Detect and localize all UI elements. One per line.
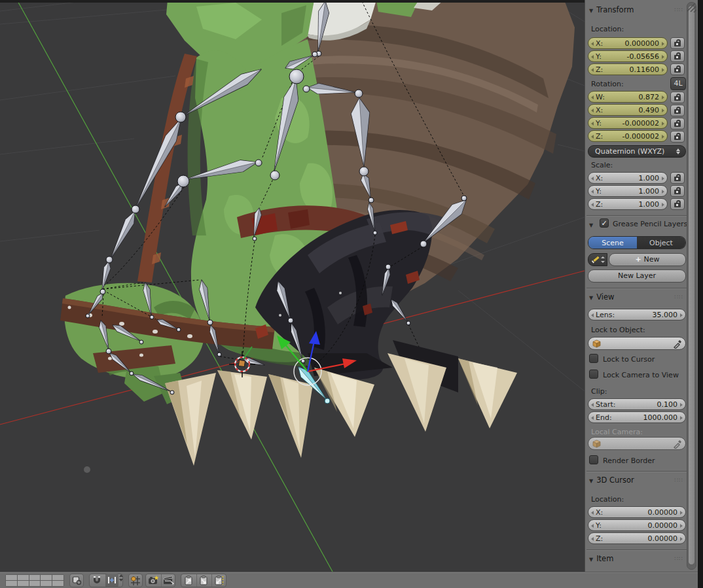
eyedropper-icon[interactable]	[673, 440, 682, 449]
local-camera-label: Local Camera:	[591, 428, 643, 436]
snap-element-button[interactable]	[105, 574, 118, 587]
rotation-y-field[interactable]: Y:-0.000002	[588, 117, 668, 129]
panel-header-item[interactable]: ▼Item	[589, 554, 613, 564]
panel-scrollbar[interactable]	[687, 2, 696, 570]
copy-pose-icon	[183, 575, 194, 586]
viewport-scene	[0, 0, 585, 572]
collapse-triangle-icon: ▼	[589, 478, 593, 484]
lock-to-object-label: Lock to Object:	[591, 326, 645, 334]
render-border-checkbox[interactable]	[589, 455, 598, 464]
viewport-3d[interactable]	[0, 0, 585, 572]
collapse-triangle-icon: ▼	[589, 8, 593, 14]
bone-endpoint-orange	[238, 360, 245, 366]
lock-to-object-field[interactable]	[588, 337, 686, 350]
lock-location-z-button[interactable]	[670, 63, 685, 75]
blender-window: ▼Transform ∷∷ Location: X:0.000000 Y:-0.…	[0, 0, 703, 588]
paste-flipped-pose-icon	[213, 575, 225, 586]
new-layer-button[interactable]: New Layer	[588, 269, 686, 283]
lock-location-y-button[interactable]	[670, 50, 685, 62]
window-right-edge	[698, 0, 703, 588]
grease-pencil-checkbox[interactable]: ✓	[600, 218, 609, 228]
local-camera-field[interactable]	[588, 437, 686, 450]
snap-element-increment-icon	[107, 575, 117, 585]
panel-header-transform[interactable]: ▼Transform	[589, 5, 634, 15]
paste-pose-icon	[198, 575, 209, 586]
scale-y-field[interactable]: Y:1.000	[588, 185, 668, 197]
rotation-label: Rotation:	[591, 80, 624, 88]
rotation-w-field[interactable]: W:0.872	[588, 91, 668, 103]
scale-z-field[interactable]: Z:1.000	[588, 198, 668, 210]
location-z-field[interactable]: Z:0.11600	[588, 63, 668, 75]
new-button[interactable]: +New	[609, 253, 686, 266]
lock-button[interactable]	[69, 574, 84, 587]
draw-mode-button[interactable]	[588, 253, 607, 266]
snap-toggle-button[interactable]	[90, 574, 104, 587]
pencil-icon	[590, 255, 601, 264]
opengl-render-animation-button[interactable]	[161, 574, 175, 587]
clip-start-field[interactable]: Start:0.100	[588, 398, 686, 410]
copy-pose-button[interactable]	[181, 574, 196, 587]
panel-drag-dots-icon[interactable]: ∷∷	[675, 294, 683, 300]
eyedropper-icon[interactable]	[673, 339, 682, 349]
lock-rotation-w-button[interactable]	[670, 92, 685, 103]
panel-divider	[586, 215, 690, 216]
panel-divider	[586, 549, 690, 551]
tab-scene[interactable]: Scene	[588, 237, 637, 249]
tab-object[interactable]: Object	[637, 237, 685, 249]
lock-rotation-z-button[interactable]	[670, 131, 685, 143]
collapse-triangle-icon: ▼	[589, 222, 593, 228]
paste-flipped-pose-button[interactable]	[211, 574, 226, 587]
scrollbar-thumb[interactable]	[688, 5, 695, 565]
snap-target-button[interactable]	[128, 574, 143, 587]
panel-drag-dots-icon[interactable]: ∷∷	[675, 555, 683, 562]
lock-camera-label: Lock Camera to View	[603, 371, 679, 380]
clip-label: Clip:	[591, 387, 607, 396]
lock-to-cursor-checkbox[interactable]	[589, 354, 598, 363]
viewport-top-border	[0, 0, 585, 3]
lock-scale-y-button[interactable]	[670, 185, 685, 197]
lock-icon	[72, 576, 82, 585]
scale-label: Scale:	[591, 161, 613, 169]
rotation-x-field[interactable]: X:0.490	[588, 104, 668, 116]
lock-location-x-button[interactable]	[670, 37, 685, 49]
snap-element-dropdown-arrows[interactable]	[119, 574, 124, 581]
panel-divider	[586, 471, 690, 472]
snap-magnet-icon	[92, 575, 102, 585]
panel-drag-dots-icon[interactable]: ∷∷	[675, 7, 683, 13]
cursor-y-field[interactable]: Y:0.00000	[588, 519, 686, 531]
location-label: Location:	[591, 25, 624, 33]
lens-field[interactable]: Lens:35.000	[588, 309, 686, 320]
panel-drag-dots-icon[interactable]: ∷∷	[675, 477, 683, 483]
armature-layers-grid[interactable]	[5, 574, 64, 587]
lock-rotation-y-button[interactable]	[670, 118, 685, 130]
cursor-location-label: Location:	[591, 495, 624, 504]
lock-scale-x-button[interactable]	[670, 172, 685, 184]
lock-rotation-x-button[interactable]	[670, 105, 685, 116]
region-resize-grip-icon[interactable]	[685, 1, 698, 12]
lock-camera-checkbox[interactable]	[589, 370, 598, 379]
rotation-4l-button[interactable]: 4L	[670, 77, 686, 90]
panel-header-grease-pencil[interactable]: ▼	[589, 220, 596, 230]
lock-scale-z-button[interactable]	[670, 198, 685, 210]
panel-divider	[586, 288, 690, 289]
scale-x-field[interactable]: X:1.000	[588, 172, 668, 184]
rotation-z-field[interactable]: Z:-0.000002	[588, 130, 668, 142]
panel-header-3d-cursor[interactable]: ▼3D Cursor	[589, 476, 634, 485]
render-border-label: Render Border	[603, 457, 655, 466]
opengl-render-image-button[interactable]	[146, 574, 160, 587]
snap-target-icon	[130, 576, 141, 586]
collapse-triangle-icon: ▼	[589, 295, 593, 301]
location-x-field[interactable]: X:0.000000	[588, 37, 668, 49]
properties-panel: ▼Transform ∷∷ Location: X:0.000000 Y:-0.…	[585, 0, 698, 572]
panel-header-view[interactable]: ▼View	[589, 292, 614, 302]
rotation-mode-dropdown[interactable]: Quaternion (WXYZ)	[588, 145, 686, 158]
cursor-x-field[interactable]: X:0.00000	[588, 506, 686, 518]
collapse-triangle-icon: ▼	[589, 557, 593, 562]
location-y-field[interactable]: Y:-0.05656	[588, 50, 668, 62]
grease-pencil-title: Grease Pencil Layers	[613, 220, 687, 228]
clip-end-field[interactable]: End:1000.000	[588, 411, 686, 423]
paste-pose-button[interactable]	[196, 574, 211, 587]
cursor-z-field[interactable]: Z:0.00000	[588, 532, 686, 544]
grease-pencil-source-tabs: Scene Object	[588, 236, 686, 249]
opengl-render-image-icon	[148, 575, 159, 585]
